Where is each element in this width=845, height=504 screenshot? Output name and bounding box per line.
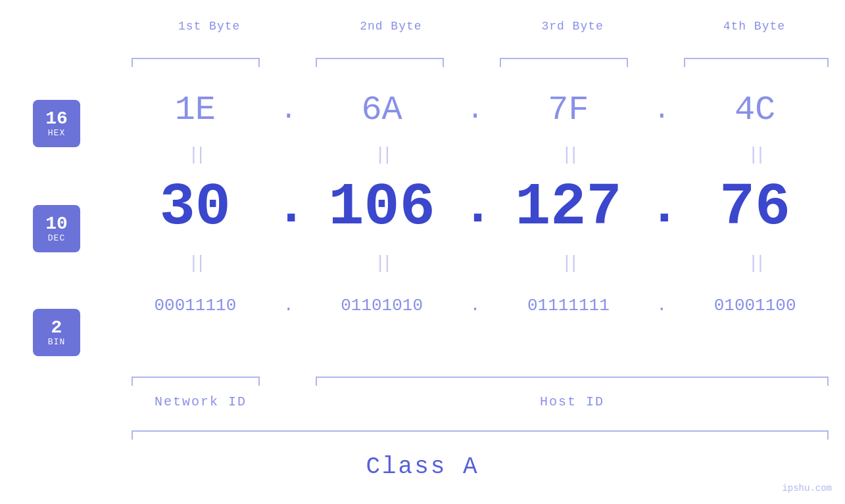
bin-row: 00011110 . 01101010 . 01111111 . 0100110…	[115, 283, 835, 329]
dec-val-1: 30	[115, 174, 276, 241]
dec-badge-label: DEC	[48, 233, 65, 243]
bin-val-2: 01101010	[302, 296, 462, 315]
bin-badge-label: BIN	[48, 337, 65, 347]
eq-2: ||	[302, 145, 462, 165]
bracket-bottom-1-left	[132, 377, 133, 386]
bin-badge-num: 2	[51, 319, 62, 337]
bracket-bottom-234-left	[316, 377, 317, 386]
hex-badge: 16 HEX	[33, 100, 80, 147]
dot-dec-1: .	[276, 181, 302, 234]
bracket-top-3	[500, 58, 628, 59]
bin-val-1: 00011110	[115, 296, 276, 315]
byte-header-4: 4th Byte	[677, 20, 832, 33]
dot-hex-3: .	[648, 95, 675, 126]
dec-val-3: 127	[489, 174, 649, 241]
bracket-top-1-right	[258, 58, 260, 67]
bin-val-3: 01111111	[489, 296, 649, 315]
bracket-top-2-left	[316, 58, 317, 67]
class-bracket-left	[132, 430, 133, 440]
dot-bin-3: .	[648, 296, 675, 315]
dot-hex-1: .	[276, 95, 302, 126]
byte-headers: 1st Byte 2nd Byte 3rd Byte 4th Byte	[132, 20, 832, 33]
byte-header-3: 3rd Byte	[495, 20, 650, 33]
bracket-bottom-1-right	[258, 377, 260, 386]
bracket-top-3-left	[500, 58, 501, 67]
bracket-top-4-right	[827, 58, 829, 67]
bracket-bottom-234-right	[827, 377, 829, 386]
hex-val-3: 7F	[489, 91, 649, 129]
bin-badge: 2 BIN	[33, 309, 80, 356]
byte-header-2: 2nd Byte	[313, 20, 468, 33]
eq-1: ||	[115, 145, 276, 165]
byte-header-1: 1st Byte	[132, 20, 287, 33]
bracket-top-2-right	[443, 58, 444, 67]
dec-val-2: 106	[302, 174, 462, 241]
bracket-top-4-left	[684, 58, 685, 67]
hex-val-2: 6A	[302, 91, 462, 129]
host-id-label: Host ID	[316, 394, 829, 409]
bracket-top-4	[684, 58, 829, 59]
hex-val-4: 4C	[675, 91, 835, 129]
class-bracket	[132, 430, 829, 432]
eq-6: ||	[302, 253, 462, 273]
dec-val-4: 76	[675, 174, 835, 241]
class-bracket-right	[827, 430, 829, 440]
hex-val-1: 1E	[115, 91, 276, 129]
dot-dec-3: .	[648, 181, 675, 234]
eq-3: ||	[489, 145, 649, 165]
eq-8: ||	[675, 253, 835, 273]
hex-badge-label: HEX	[48, 128, 65, 138]
bracket-top-1-left	[132, 58, 133, 67]
dec-badge: 10 DEC	[33, 205, 80, 252]
bracket-bottom-234	[316, 377, 829, 378]
watermark: ipshu.com	[782, 483, 832, 493]
bracket-top-2	[316, 58, 444, 59]
eq-5: ||	[115, 253, 276, 273]
hex-badge-num: 16	[45, 110, 68, 128]
bracket-bottom-1	[132, 377, 260, 378]
dec-badge-num: 10	[45, 215, 68, 233]
dot-hex-2: .	[462, 95, 489, 126]
class-a-label: Class A	[366, 453, 479, 480]
eq-row-1: || || || ||	[115, 140, 835, 170]
bin-val-4: 01001100	[675, 296, 835, 315]
hex-row: 1E . 6A . 7F . 4C	[115, 85, 835, 135]
dot-dec-2: .	[462, 181, 489, 234]
eq-4: ||	[675, 145, 835, 165]
bracket-top-1	[132, 58, 260, 59]
dot-bin-2: .	[462, 296, 489, 315]
dec-row: 30 . 106 . 127 . 76	[115, 173, 835, 242]
page-container: 1st Byte 2nd Byte 3rd Byte 4th Byte 16 H…	[0, 0, 845, 504]
eq-7: ||	[489, 253, 649, 273]
eq-row-2: || || || ||	[115, 248, 835, 278]
dot-bin-1: .	[276, 296, 302, 315]
bracket-top-3-right	[627, 58, 628, 67]
network-id-label: Network ID	[115, 394, 286, 409]
